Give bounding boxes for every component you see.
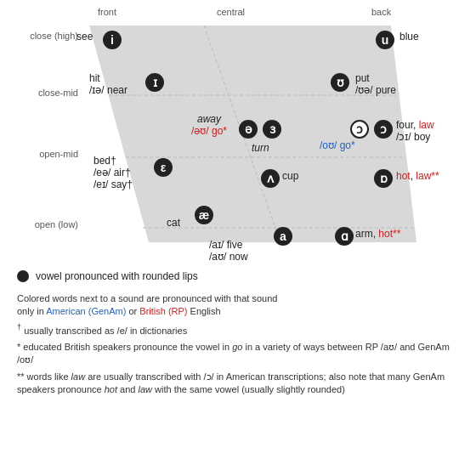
- vowel-ae: æ: [195, 206, 213, 224]
- col-back: back: [371, 7, 391, 17]
- col-front: front: [98, 7, 116, 17]
- vowel-ez: ɜ: [263, 120, 281, 139]
- vowel-a: a: [274, 227, 292, 246]
- label-blue: blue: [400, 31, 419, 42]
- legend-row: vowel pronounced with rounded lips: [17, 270, 459, 282]
- footnote-asterisk2: ** words like law are usually transcribe…: [17, 371, 459, 397]
- label-cup: cup: [282, 170, 298, 182]
- vowel-chart: front central back close (high) close-mi…: [0, 0, 476, 264]
- label-arm: arm, hot**: [355, 228, 400, 240]
- footnotes-section: Colored words next to a sound are pronou…: [0, 289, 476, 406]
- vowel-upsilon: ʊ: [331, 73, 349, 92]
- label-away: away /əʊ/ go*: [191, 113, 227, 137]
- vowel-o-open: ɔ: [350, 120, 369, 139]
- row-close-high: close (high): [10, 31, 78, 41]
- legend-section: vowel pronounced with rounded lips: [0, 264, 476, 289]
- label-put: put /ʊə/ pure: [355, 72, 396, 96]
- label-go-blue: /oʊ/ go*: [320, 139, 355, 151]
- legend-text: vowel pronounced with rounded lips: [36, 270, 198, 282]
- col-central: central: [217, 7, 245, 17]
- footnote-dagger: † usually transcribed as /e/ in dictiona…: [17, 322, 459, 337]
- row-open-low: open (low): [10, 219, 78, 230]
- vowel-i: i: [103, 31, 122, 49]
- vowel-alpha: ɑ: [335, 227, 354, 246]
- label-hit: hit /ɪə/ near: [89, 72, 128, 96]
- label-four: four, law /ɔɪ/ boy: [396, 119, 434, 143]
- vowel-epsilon: ε: [154, 158, 173, 177]
- vowel-open-o: ɒ: [374, 169, 393, 188]
- footnote-british: British (RP): [139, 306, 187, 316]
- footnote-asterisk1: * educated British speakers pronounce th…: [17, 341, 459, 367]
- vowel-I: ɪ: [145, 73, 164, 92]
- legend-dot: [17, 270, 29, 282]
- footnote-american: American (GenAm): [46, 306, 126, 316]
- label-turn: turn: [252, 142, 269, 154]
- vowel-o-filled: ɔ: [374, 120, 393, 139]
- label-bed: bed† /eə/ air† /eɪ/ say†: [94, 155, 133, 190]
- row-close-mid: close-mid: [10, 88, 78, 98]
- vowel-wedge: ʌ: [261, 169, 280, 188]
- label-hot: hot, law**: [396, 170, 439, 182]
- row-open-mid: open-mid: [10, 149, 78, 159]
- footnote-colored: Colored words next to a sound are pronou…: [17, 292, 459, 319]
- label-see: see: [76, 31, 93, 42]
- vowel-schwa: ə: [239, 120, 258, 139]
- label-five: /aɪ/ five /aʊ/ now: [209, 239, 248, 263]
- label-cat: cat: [167, 217, 180, 229]
- vowel-u: u: [376, 31, 394, 49]
